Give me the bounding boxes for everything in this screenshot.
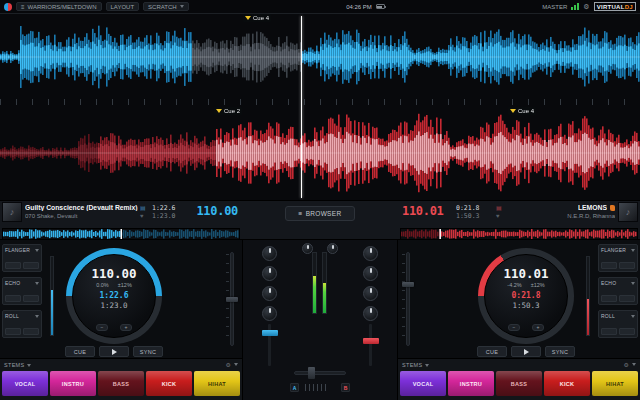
fx-param-button[interactable] (23, 262, 39, 269)
stem-pad-kick[interactable]: KICK (544, 371, 590, 396)
music-note-icon: ♪ (10, 207, 15, 217)
headphone-cue-a-button[interactable]: A (290, 383, 299, 392)
pads-gear-icon: ⚙ (624, 361, 629, 368)
stem-pad-vocal[interactable]: VOCAL (400, 371, 446, 396)
fire-icon (610, 205, 615, 211)
headphone-cue-b-button[interactable]: B (341, 383, 350, 392)
fx-on-button[interactable] (601, 262, 617, 269)
fx-on-button[interactable] (601, 328, 617, 335)
scratch-label: SCRATCH (148, 4, 177, 10)
fx-selector[interactable]: ECHO (5, 280, 39, 286)
cue-marker-deck1[interactable]: Cue 4 (243, 14, 271, 22)
chevron-down-icon (35, 282, 39, 285)
deck1-overview-stripe[interactable] (2, 228, 240, 240)
fx-param-button[interactable] (619, 295, 635, 302)
stem-pad-vocal[interactable]: VOCAL (2, 371, 48, 396)
deck2-overview-stripe[interactable] (400, 228, 638, 240)
stem-pad-instru[interactable]: INSTRU (448, 371, 494, 396)
browser-button[interactable]: ≡ BROWSER (285, 206, 355, 221)
stem-pad-bass[interactable]: BASS (98, 371, 144, 396)
fx-selector[interactable]: FLANGER (5, 247, 39, 253)
sync-button[interactable]: SYNC (133, 346, 163, 357)
pads-settings[interactable]: ⚙ (624, 361, 636, 368)
pads-settings[interactable]: ⚙ (226, 361, 238, 368)
play-button[interactable] (99, 346, 129, 357)
pad-label: KICK (560, 381, 575, 387)
cue-button[interactable]: CUE (477, 346, 507, 357)
pitch-bend-minus-button[interactable]: − (508, 324, 520, 331)
play-button[interactable] (511, 346, 541, 357)
deck1-jog-remaining: 1:23.0 (100, 301, 127, 310)
pitch-bend-plus-button[interactable]: + (120, 324, 132, 331)
pitch-bend-minus-button[interactable]: − (96, 324, 108, 331)
ch2-volume-fader[interactable] (363, 338, 379, 344)
stem-pad-hihat[interactable]: HIHAT (194, 371, 240, 396)
ch2-eq-high-knob[interactable] (363, 266, 378, 281)
deck1-pitch-slider[interactable] (226, 252, 238, 346)
deck2-pitch-slider[interactable] (402, 252, 414, 346)
headphone-volume-knob[interactable] (327, 243, 338, 254)
deck1-waveform[interactable] (0, 17, 640, 97)
deck2-pads-page-select[interactable]: STEMS (402, 362, 429, 368)
deck2-title: LEMONS (578, 204, 607, 211)
sync-button[interactable]: SYNC (545, 346, 575, 357)
ch1-gain-knob[interactable] (262, 246, 277, 261)
ch1-eq-high-knob[interactable] (262, 266, 277, 281)
deck1-pitch-range[interactable]: ±12% (118, 282, 132, 288)
virtualdj-logo: VIRTUALDJ (594, 2, 636, 11)
app-logo-icon (4, 3, 12, 11)
fx-on-button[interactable] (5, 262, 21, 269)
pitch-slider-handle[interactable] (226, 297, 238, 302)
deck1-jog-wheel[interactable]: 110.00 0.0% ±12% 1:22.6 1:23.0 − + (66, 248, 162, 344)
fx-param-button[interactable] (23, 328, 39, 335)
ch2-gain-knob[interactable] (363, 246, 378, 261)
cue-marker-deck2-b[interactable]: Cue 4 (508, 107, 536, 115)
fx-on-button[interactable] (601, 295, 617, 302)
fx-param-button[interactable] (619, 328, 635, 335)
ch1-eq-low-knob[interactable] (262, 306, 277, 321)
fx-selector[interactable]: ECHO (601, 280, 635, 286)
ch1-eq-mid-knob[interactable] (262, 286, 277, 301)
deck2-jog-wheel[interactable]: 110.01 -4.2% ±12% 0:21.8 1:50.3 − + (478, 248, 574, 344)
deck2-pitch-range[interactable]: ±12% (531, 282, 545, 288)
fx-param-button[interactable] (23, 295, 39, 302)
ch2-eq-mid-knob[interactable] (363, 286, 378, 301)
scrolling-waveform-panel: Cue 4 Cue 2 Cue 4 (0, 14, 640, 200)
scratch-select[interactable]: SCRATCH (143, 2, 189, 11)
settings-gear-icon[interactable]: ⚙ (583, 3, 589, 10)
pitch-slider-handle[interactable] (402, 282, 414, 287)
stem-pad-instru[interactable]: INSTRU (50, 371, 96, 396)
fx-on-button[interactable] (5, 295, 21, 302)
deck1-transport: CUE SYNC (65, 346, 163, 357)
fx-selector[interactable]: ROLL (601, 313, 635, 319)
stem-pad-bass[interactable]: BASS (496, 371, 542, 396)
preset-menu[interactable]: ≡ WARRIORS/MELTDOWN (16, 2, 102, 11)
fx-selector[interactable]: FLANGER (601, 247, 635, 253)
pitch-bend-plus-button[interactable]: + (532, 324, 544, 331)
layout-button[interactable]: LAYOUT (106, 2, 140, 11)
stem-pad-kick[interactable]: KICK (146, 371, 192, 396)
favorite-heart-icon[interactable]: ♥ (496, 213, 500, 219)
deck2-album-art: ♪ (618, 202, 638, 222)
crossfader-handle[interactable] (308, 367, 315, 379)
ch1-volume-fader[interactable] (262, 330, 278, 336)
deck1-artist: 070 Shake, Devault (25, 213, 149, 219)
favorite-heart-icon[interactable]: ♥ (140, 213, 144, 219)
deck2-track-info: LEMONS N.E.R.D, Rihanna (505, 204, 615, 219)
fx-selector[interactable]: ROLL (5, 313, 39, 319)
cue-button[interactable]: CUE (65, 346, 95, 357)
deck2-waveform[interactable] (0, 107, 640, 199)
pad-label: VOCAL (413, 381, 434, 387)
ch2-eq-low-knob[interactable] (363, 306, 378, 321)
deck2-time-display[interactable]: 0:21.8 1:50.3 (456, 205, 479, 221)
deck1-time-display[interactable]: 1:22.6 1:23.0 (152, 205, 175, 221)
stem-pad-hihat[interactable]: HIHAT (592, 371, 638, 396)
deck1-pads-section: STEMS ⚙ VOCAL INSTRU BASS KICK HIHAT (0, 358, 242, 400)
ch2-fader-track[interactable] (369, 324, 372, 366)
cue-marker-deck2-a[interactable]: Cue 2 (214, 107, 242, 115)
deck1-pads-page-select[interactable]: STEMS (4, 362, 31, 368)
fx-param-button[interactable] (619, 262, 635, 269)
master-meter (571, 3, 579, 10)
fx-on-button[interactable] (5, 328, 21, 335)
crossfader-track[interactable] (294, 371, 346, 375)
